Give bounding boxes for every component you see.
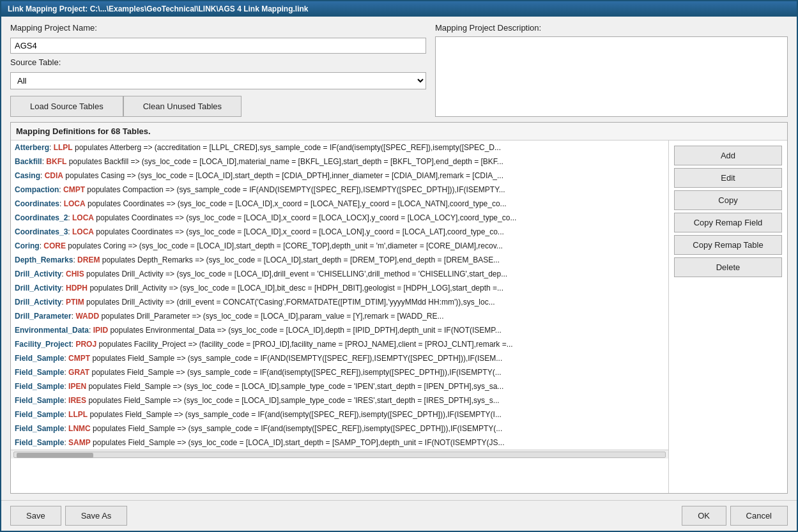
mapping-list-item[interactable]: Backfill: BKFL populates Backfill => (sy…	[11, 155, 668, 169]
item-rest: populates Field_Sample => (sys_loc_code …	[86, 396, 500, 405]
item-source: PTIM	[66, 298, 84, 307]
item-name: Coordinates	[15, 199, 59, 208]
project-name-input[interactable]	[10, 38, 426, 54]
mapping-list-item[interactable]: Environmental_Data: IPID populates Envir…	[11, 323, 668, 337]
top-section: Mapping Project Name: Source Table: All …	[10, 23, 788, 117]
hscroll-track[interactable]	[13, 452, 666, 458]
item-rest: populates Environmental_Data => (sys_loc…	[108, 326, 502, 335]
left-panel: Mapping Project Name: Source Table: All …	[10, 23, 426, 117]
item-source: LOCA	[72, 213, 94, 222]
item-source: HDPH	[66, 284, 88, 293]
add-button[interactable]: Add	[674, 146, 782, 165]
item-source: PROJ	[75, 340, 96, 349]
item-rest: populates Field_Sample => (sys_sample_co…	[89, 368, 502, 377]
item-rest: populates Field_Sample => (sys_sample_co…	[90, 354, 502, 363]
copy-remap-field-button[interactable]: Copy Remap Field	[674, 213, 782, 232]
item-name: Facility_Project	[15, 340, 72, 349]
clean-unused-tables-button[interactable]: Clean Unused Tables	[123, 96, 242, 117]
copy-button[interactable]: Copy	[674, 190, 782, 210]
main-window: Link Mapping Project: C:\...\Examples\Ge…	[0, 0, 798, 532]
item-name: Casing	[15, 171, 40, 180]
mapping-list-item[interactable]: Field_Sample: IPEN populates Field_Sampl…	[11, 379, 668, 393]
delete-button[interactable]: Delete	[674, 257, 782, 277]
item-source: LOCA	[64, 199, 86, 208]
item-rest: populates Field_Sample => (sys_sample_co…	[88, 410, 502, 419]
main-content: Mapping Project Name: Source Table: All …	[1, 17, 797, 500]
mapping-list-item[interactable]: Field_Sample: LLPL populates Field_Sampl…	[11, 407, 668, 422]
item-rest: populates Facility_Project => (facility_…	[96, 340, 513, 349]
item-rest: populates Compaction => (sys_sample_code…	[85, 185, 505, 194]
item-name: Field_Sample	[15, 424, 64, 433]
mapping-list-item[interactable]: Compaction: CMPT populates Compaction =>…	[11, 183, 668, 197]
item-rest: populates Atterberg => (accreditation = …	[73, 143, 501, 152]
item-rest: populates Coring => (sys_loc_code = [LOC…	[66, 241, 503, 250]
item-source: CHIS	[66, 270, 84, 278]
mapping-list-item[interactable]: Coring: CORE populates Coring => (sys_lo…	[11, 239, 668, 253]
mapping-list-item[interactable]: Drill_Activity: HDPH populates Drill_Act…	[11, 281, 668, 295]
item-name: Atterberg	[15, 143, 49, 152]
mapping-list-item[interactable]: Coordinates_2: LOCA populates Coordinate…	[11, 211, 668, 225]
hscroll-thumb[interactable]	[17, 453, 93, 458]
footer-right: OK Cancel	[682, 506, 788, 526]
item-rest: populates Drill_Activity => (drill_event…	[84, 298, 495, 307]
mapping-list-item[interactable]: Casing: CDIA populates Casing => (sys_lo…	[11, 169, 668, 183]
item-rest: populates Drill_Parameter => (sys_loc_co…	[99, 312, 443, 321]
horizontal-scrollbar[interactable]	[11, 450, 668, 459]
item-source: WADD	[75, 312, 99, 321]
item-name: Field_Sample	[15, 396, 64, 405]
item-name: Drill_Activity	[15, 298, 61, 307]
cancel-button[interactable]: Cancel	[730, 506, 788, 526]
mapping-list-item[interactable]: Coordinates_3: LOCA populates Coordinate…	[11, 225, 668, 239]
mapping-list-item[interactable]: Drill_Activity: CHIS populates Drill_Act…	[11, 267, 668, 281]
item-name: Field_Sample	[15, 354, 64, 363]
item-name: Field_Sample	[15, 382, 64, 391]
mapping-list-item[interactable]: Field_Sample: CMPT populates Field_Sampl…	[11, 351, 668, 365]
title-bar: Link Mapping Project: C:\...\Examples\Ge…	[1, 1, 797, 17]
item-name: Coring	[15, 241, 40, 250]
save-as-button[interactable]: Save As	[65, 506, 128, 526]
mapping-list-item[interactable]: Depth_Remarks: DREM populates Depth_Rema…	[11, 253, 668, 267]
item-rest: populates Coordinates => (sys_loc_code =…	[86, 199, 507, 208]
mapping-list-item[interactable]: Coordinates: LOCA populates Coordinates …	[11, 197, 668, 211]
load-source-tables-button[interactable]: Load Source Tables	[10, 96, 123, 117]
footer-left: Save Save As	[10, 506, 127, 526]
item-source: CMPT	[63, 185, 85, 194]
item-rest: populates Coordinates => (sys_loc_code =…	[94, 213, 516, 222]
ok-button[interactable]: OK	[682, 506, 726, 526]
mapping-list-container[interactable]: Atterberg: LLPL populates Atterberg => (…	[11, 141, 669, 493]
mapping-list-item[interactable]: Facility_Project: PROJ populates Facilit…	[11, 337, 668, 351]
mapping-list-item[interactable]: Drill_Parameter: WADD populates Drill_Pa…	[11, 309, 668, 323]
item-rest: populates Drill_Activity => (sys_loc_cod…	[88, 284, 503, 293]
item-name: Environmental_Data	[15, 326, 89, 335]
item-source: CDIA	[45, 171, 63, 180]
description-label: Mapping Project Description:	[435, 23, 788, 33]
item-rest: populates Field_Sample => (sys_loc_code …	[91, 438, 505, 447]
item-source: GRAT	[68, 368, 89, 377]
item-rest: populates Field_Sample => (sys_loc_code …	[86, 382, 503, 391]
save-button[interactable]: Save	[10, 506, 61, 526]
mapping-list-item[interactable]: Field_Sample: GRAT populates Field_Sampl…	[11, 365, 668, 379]
right-buttons-panel: Add Edit Copy Copy Remap Field Copy Rema…	[669, 141, 787, 493]
item-source: LOCA	[72, 227, 94, 236]
mapping-list-item[interactable]: Drill_Activity: PTIM populates Drill_Act…	[11, 295, 668, 309]
mapping-list-item[interactable]: Field_Sample: IRES populates Field_Sampl…	[11, 393, 668, 407]
mapping-list-item[interactable]: Atterberg: LLPL populates Atterberg => (…	[11, 141, 668, 155]
edit-button[interactable]: Edit	[674, 168, 782, 188]
item-source: LNMC	[68, 424, 91, 433]
right-panel: Mapping Project Description:	[435, 23, 788, 117]
item-name: Coordinates_2	[15, 213, 68, 222]
mapping-section: Mapping Definitions for 68 Tables. Atter…	[10, 122, 788, 494]
mapping-list-item[interactable]: Field_Sample: LNMC populates Field_Sampl…	[11, 422, 668, 436]
source-table-select[interactable]: All	[10, 72, 426, 89]
item-rest: populates Coordinates => (sys_loc_code =…	[94, 227, 504, 236]
source-buttons-row: Load Source Tables Clean Unused Tables	[10, 96, 426, 117]
mapping-list-item[interactable]: Field_Sample: SAMP populates Field_Sampl…	[11, 436, 668, 450]
item-name: Depth_Remarks	[15, 255, 73, 264]
item-source: CMPT	[68, 354, 90, 363]
item-source: SAMP	[68, 438, 91, 447]
footer: Save Save As OK Cancel	[1, 500, 797, 531]
description-textarea[interactable]	[435, 36, 788, 117]
item-rest: populates Field_Sample => (sys_sample_co…	[91, 424, 503, 433]
item-name: Coordinates_3	[15, 227, 68, 236]
copy-remap-table-button[interactable]: Copy Remap Table	[674, 235, 782, 255]
